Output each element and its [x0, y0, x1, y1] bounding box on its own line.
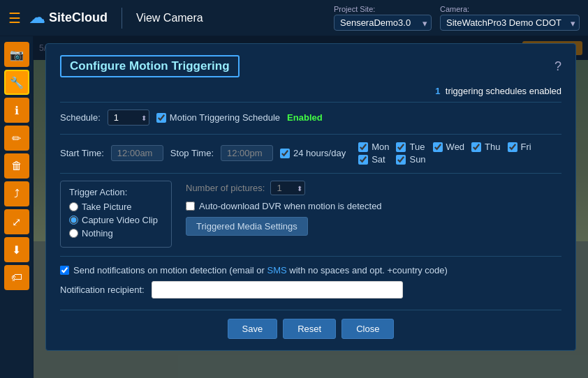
top-nav: ☰ ☁ SiteCloud View Camera Project Site: …: [0, 0, 588, 36]
radio-capture-video-input[interactable]: [69, 216, 78, 225]
hours-24-checkbox[interactable]: [280, 149, 290, 158]
triggered-media-settings-btn[interactable]: Triggered Media Settings: [186, 217, 308, 236]
modal-status-bar: 1 triggering schedules enabled: [60, 86, 561, 103]
sidebar-edit-btn[interactable]: ✏: [4, 126, 29, 151]
notification-checkbox[interactable]: [60, 266, 69, 275]
save-button[interactable]: Save: [228, 319, 278, 339]
project-site-group: Project Site: SenseraDemo3.0: [334, 5, 432, 31]
project-site-label: Project Site:: [334, 5, 432, 13]
sidebar: 📷 🔧 ℹ ✏ 🗑 ⤴ ⤢ ⬇ 🏷: [0, 36, 34, 378]
num-pictures-input[interactable]: [270, 181, 305, 195]
day-sat[interactable]: Sat: [358, 154, 389, 165]
nav-divider: [122, 8, 122, 29]
sidebar-download-btn[interactable]: ⬇: [4, 237, 29, 262]
close-button[interactable]: Close: [341, 319, 394, 339]
day-sun[interactable]: Sun: [396, 154, 425, 165]
schedule-row: Schedule: 1 Motion Triggering Schedule E…: [60, 109, 561, 126]
notification-section: Send notifications on motion detection (…: [60, 256, 561, 298]
content-area: 5/26/2022, 9:35am Zoom: 100% Annotations…: [34, 36, 588, 378]
modal-overlay: Configure Motion Triggering ? 1 triggeri…: [34, 36, 588, 378]
schedule-select[interactable]: 1: [108, 109, 149, 126]
trigger-section: Trigger Action: Take Picture Capture Vid…: [60, 173, 561, 248]
stop-time-input[interactable]: [221, 145, 273, 161]
day-wed[interactable]: Wed: [433, 142, 465, 152]
radio-take-picture-input[interactable]: [69, 202, 78, 211]
motion-trigger-checkbox-label[interactable]: Motion Triggering Schedule: [156, 112, 280, 123]
auto-download-checkbox[interactable]: [186, 202, 195, 211]
time-row: Start Time: Stop Time: 24 hours/day Mon …: [60, 134, 561, 165]
schedule-select-wrap: 1: [108, 109, 149, 126]
notification-text: Send notifications on motion detection (…: [73, 265, 448, 275]
sidebar-delete-btn[interactable]: 🗑: [4, 153, 29, 179]
schedule-count: 1: [435, 86, 440, 96]
enabled-text: Enabled: [287, 112, 323, 123]
hamburger-icon[interactable]: ☰: [8, 10, 21, 27]
day-thu[interactable]: Thu: [471, 142, 500, 152]
action-buttons: Save Reset Close: [60, 310, 561, 339]
hours-24-label[interactable]: 24 hours/day: [280, 148, 346, 158]
schedule-label: Schedule:: [60, 112, 101, 123]
notification-row: Send notifications on motion detection (…: [60, 265, 561, 275]
num-pictures-input-wrap: [270, 181, 305, 195]
auto-download-label[interactable]: Auto-download DVR when motion is detecte…: [186, 201, 561, 211]
camera-label: Camera:: [440, 5, 580, 13]
view-camera-title: View Camera: [136, 12, 203, 24]
recipient-label: Notification recipient:: [60, 285, 145, 295]
radio-capture-video[interactable]: Capture Video Clip: [69, 215, 163, 225]
sms-link[interactable]: SMS: [267, 265, 287, 275]
motion-trigger-checkbox[interactable]: [156, 113, 166, 123]
num-pictures-label: Number of pictures:: [186, 183, 265, 193]
sidebar-info-btn[interactable]: ℹ: [4, 98, 29, 123]
num-pictures-row: Number of pictures:: [186, 181, 561, 195]
start-time-input[interactable]: [111, 145, 163, 161]
camera-select-wrapper: SiteWatchPro3 Demo CDOT: [440, 15, 580, 31]
day-fri[interactable]: Fri: [508, 142, 531, 152]
trigger-action-box: Trigger Action: Take Picture Capture Vid…: [60, 181, 172, 248]
trigger-right: Number of pictures: Auto-download DVR wh…: [186, 181, 561, 236]
status-text: triggering schedules enabled: [446, 86, 561, 96]
stop-time-label: Stop Time:: [170, 148, 214, 158]
radio-nothing[interactable]: Nothing: [69, 228, 163, 239]
recipient-row: Notification recipient:: [60, 281, 561, 298]
modal-title: Configure Motion Triggering: [60, 55, 240, 77]
logo-area: ☁ SiteCloud: [29, 9, 108, 27]
logo-icon: ☁: [29, 9, 45, 27]
camera-group: Camera: SiteWatchPro3 Demo CDOT: [440, 5, 580, 31]
reset-button[interactable]: Reset: [283, 319, 336, 339]
configure-motion-modal: Configure Motion Triggering ? 1 triggeri…: [45, 43, 576, 351]
app-title: SiteCloud: [49, 10, 108, 25]
notification-suffix: with no spaces and opt. +country code): [289, 265, 448, 275]
day-checkboxes: Mon Tue Wed Thu Fri Sat Sun: [358, 142, 531, 165]
sidebar-expand-btn[interactable]: ⤢: [4, 209, 29, 234]
start-time-label: Start Time:: [60, 148, 104, 158]
modal-help-btn[interactable]: ?: [554, 59, 561, 74]
sidebar-camera-btn[interactable]: 📷: [4, 42, 29, 67]
camera-select[interactable]: SiteWatchPro3 Demo CDOT: [440, 15, 580, 31]
trigger-action-title: Trigger Action:: [69, 187, 163, 197]
sidebar-share-btn[interactable]: ⤴: [4, 181, 29, 206]
main-layout: 📷 🔧 ℹ ✏ 🗑 ⤴ ⤢ ⬇ 🏷 5/26/2022, 9:35am Zoom…: [0, 36, 588, 378]
recipient-input[interactable]: [152, 281, 403, 298]
sidebar-tools-btn[interactable]: 🔧: [4, 70, 29, 95]
sidebar-tag-btn[interactable]: 🏷: [4, 265, 29, 290]
modal-header: Configure Motion Triggering ?: [60, 55, 561, 77]
radio-nothing-input[interactable]: [69, 229, 78, 238]
day-mon[interactable]: Mon: [358, 142, 389, 152]
project-site-select[interactable]: SenseraDemo3.0: [334, 15, 432, 31]
project-site-select-wrapper: SenseraDemo3.0: [334, 15, 432, 31]
day-tue[interactable]: Tue: [396, 142, 425, 152]
radio-take-picture[interactable]: Take Picture: [69, 202, 163, 212]
